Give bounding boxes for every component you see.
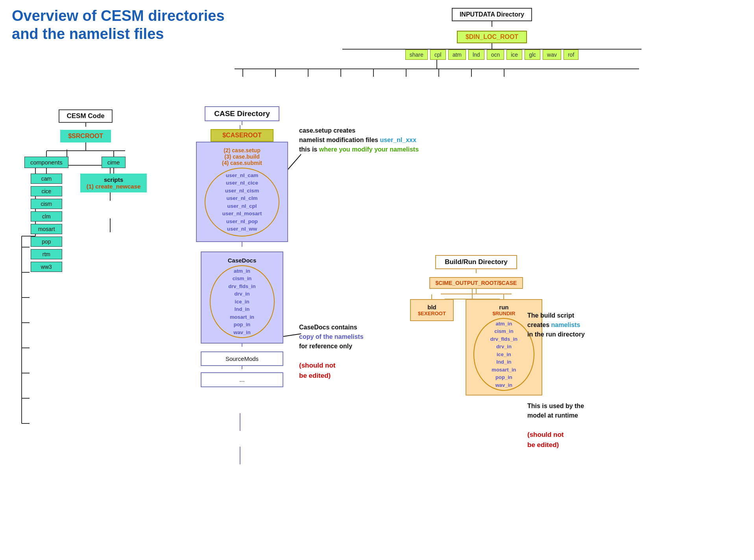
inputdata-title-box: INPUTDATA Directory xyxy=(452,8,532,21)
subdir-box: cpl xyxy=(430,50,446,60)
din-loc-box: $DIN_LOC_ROOT xyxy=(457,31,527,43)
component-item: cism xyxy=(31,199,62,209)
subdir-box: glc xyxy=(525,50,540,60)
subdir-box: wav xyxy=(543,50,561,60)
cesm-code-title: CESM Code xyxy=(59,109,112,123)
subdir-box: atm xyxy=(448,50,466,60)
annotation-case-setup: case.setup creates namelist modification… xyxy=(299,126,419,154)
user-nl-oval: user_nl_camuser_nl_ciceuser_nl_cismuser_… xyxy=(205,168,279,237)
scripts-box: scripts (1) create_newcase xyxy=(80,174,147,192)
subdir-box: lnd xyxy=(468,50,484,60)
casedocs-box: CaseDocs atm_incism_indrv_flds_indrv_ini… xyxy=(201,251,283,344)
component-item: pop xyxy=(31,237,62,247)
subdir-box: ice xyxy=(506,50,522,60)
case-dir-title: CASE Directory xyxy=(205,106,279,121)
components-box: components xyxy=(24,157,68,168)
build-run-title: Build/Run Directory xyxy=(435,255,517,269)
component-item: mosart xyxy=(31,224,62,234)
caseroot-box: $CASEROOT xyxy=(211,129,274,142)
subdir-box: ocn xyxy=(487,50,505,60)
component-item: cice xyxy=(31,186,62,196)
caseroot-orange-file: (3) case.build xyxy=(205,153,279,160)
component-item: ww3 xyxy=(31,262,62,272)
caseroot-orange-file: (2) case.setup xyxy=(205,147,279,153)
cime-output-box: $CIME_OUTPUT_ROOT/$CASE xyxy=(429,277,523,289)
component-item: clm xyxy=(31,211,62,222)
subdir-box: share xyxy=(405,50,428,60)
caseroot-orange-file: (4) case.submit xyxy=(205,160,279,166)
annotation-runtime: This is used by the model at runtime (sh… xyxy=(527,401,584,450)
run-oval: atm_incism_indrv_flds_indrv_inice_inlnd_… xyxy=(473,318,534,391)
annotation-build: The build script creates namelists in th… xyxy=(527,311,585,339)
page-title: Overview of CESM directories and the nam… xyxy=(12,7,225,43)
bld-box: bld $EXEROOT xyxy=(410,299,454,321)
caseroot-content-box: (2) case.setup(3) case.build(4) case.sub… xyxy=(196,142,288,242)
srcroot-box: $SRCROOT xyxy=(60,130,111,142)
casedocs-oval: atm_incism_indrv_flds_indrv_inice_inlnd_… xyxy=(210,265,275,338)
sourcemods-box: SourceMods xyxy=(201,351,283,366)
annotation-casedocs: CaseDocs contains copy of the namelists … xyxy=(299,323,364,381)
subdir-box: rof xyxy=(564,50,578,60)
cime-box: cime xyxy=(102,157,126,168)
ellipsis-box: ... xyxy=(201,372,283,387)
component-item: cam xyxy=(31,174,62,184)
component-item: rtm xyxy=(31,249,62,259)
